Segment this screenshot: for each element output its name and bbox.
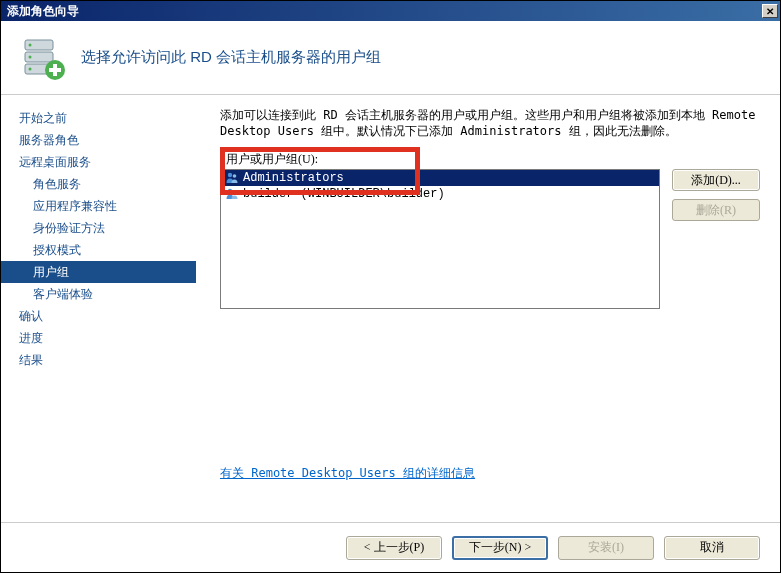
sidebar-item[interactable]: 开始之前 [1, 107, 196, 129]
page-title: 选择允许访问此 RD 会话主机服务器的用户组 [81, 48, 381, 67]
svg-point-10 [233, 174, 237, 178]
svg-point-3 [29, 43, 32, 46]
sidebar-item[interactable]: 授权模式 [1, 239, 196, 261]
svg-point-5 [29, 67, 32, 70]
wizard-window: 添加角色向导 ✕ 选择允许访问此 RD 会话主机服务器的用户组 开始之前服务器角… [0, 0, 781, 573]
list-buttons: 添加(D)... 删除(R) [672, 169, 760, 309]
close-button[interactable]: ✕ [762, 4, 778, 18]
list-item[interactable]: builder (WINBUILDER\builder) [221, 186, 659, 202]
svg-point-9 [228, 173, 232, 177]
sidebar: 开始之前服务器角色远程桌面服务角色服务应用程序兼容性身份验证方法授权模式用户组客… [1, 95, 196, 522]
body: 开始之前服务器角色远程桌面服务角色服务应用程序兼容性身份验证方法授权模式用户组客… [1, 95, 780, 522]
users-listbox[interactable]: Administratorsbuilder (WINBUILDER\builde… [220, 169, 660, 309]
titlebar: 添加角色向导 ✕ [1, 1, 780, 21]
svg-point-4 [29, 55, 32, 58]
main-panel: 添加可以连接到此 RD 会话主机服务器的用户或用户组。这些用户和用户组将被添加到… [196, 95, 780, 522]
remove-button: 删除(R) [672, 199, 760, 221]
users-icon [225, 187, 239, 201]
sidebar-item[interactable]: 服务器角色 [1, 129, 196, 151]
install-button: 安装(I) [558, 536, 654, 560]
header: 选择允许访问此 RD 会话主机服务器的用户组 [1, 21, 780, 95]
svg-point-11 [228, 189, 232, 193]
list-item[interactable]: Administrators [221, 170, 659, 186]
description-text: 添加可以连接到此 RD 会话主机服务器的用户或用户组。这些用户和用户组将被添加到… [220, 107, 760, 139]
list-item-label: Administrators [243, 170, 344, 186]
listbox-wrap: 用户或用户组(U): Administratorsbuilder (WINBUI… [220, 153, 660, 309]
sidebar-item[interactable]: 角色服务 [1, 173, 196, 195]
svg-point-12 [233, 190, 237, 194]
add-button[interactable]: 添加(D)... [672, 169, 760, 191]
next-button[interactable]: 下一步(N) > [452, 536, 548, 560]
window-title: 添加角色向导 [3, 3, 762, 20]
list-item-label: builder (WINBUILDER\builder) [243, 186, 445, 202]
cancel-button[interactable]: 取消 [664, 536, 760, 560]
list-area: 用户或用户组(U): Administratorsbuilder (WINBUI… [220, 153, 760, 309]
sidebar-item[interactable]: 确认 [1, 305, 196, 327]
sidebar-item[interactable]: 身份验证方法 [1, 217, 196, 239]
footer: < 上一步(P) 下一步(N) > 安装(I) 取消 [1, 522, 780, 572]
users-icon [225, 171, 239, 185]
sidebar-item[interactable]: 用户组 [1, 261, 196, 283]
svg-rect-8 [49, 68, 61, 72]
sidebar-item[interactable]: 结果 [1, 349, 196, 371]
sidebar-item[interactable]: 应用程序兼容性 [1, 195, 196, 217]
server-add-icon [19, 34, 67, 82]
sidebar-item[interactable]: 远程桌面服务 [1, 151, 196, 173]
sidebar-item[interactable]: 客户端体验 [1, 283, 196, 305]
sidebar-item[interactable]: 进度 [1, 327, 196, 349]
prev-button[interactable]: < 上一步(P) [346, 536, 442, 560]
list-label: 用户或用户组(U): [226, 151, 318, 168]
help-link[interactable]: 有关 Remote Desktop Users 组的详细信息 [220, 465, 760, 482]
